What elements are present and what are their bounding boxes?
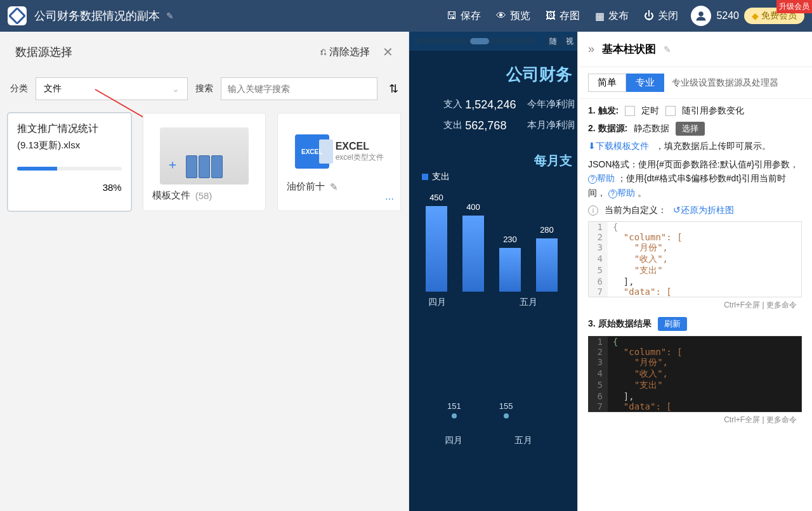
bar <box>536 238 558 292</box>
bar <box>462 216 484 292</box>
power-icon: ⏻ <box>644 10 654 22</box>
datasource-panel: 数据源选择 ⎌清除选择 ✕ 分类 文件 ⌄ 搜索 ⇅ 推文推广情况统计 <box>0 32 409 511</box>
upload-progress-bar <box>17 167 122 171</box>
card-filename: (9.13更新).xlsx <box>17 139 122 152</box>
edit-widget-icon[interactable]: ✎ <box>664 44 671 55</box>
template-folder-card[interactable]: ＋ 模板文件 (58) <box>143 113 266 211</box>
x-tick: 五月 <box>508 435 539 446</box>
card-more-icon[interactable]: ⋯ <box>385 194 394 204</box>
restore-chart-link[interactable]: ↺还原为折柱图 <box>673 205 734 216</box>
edit-title-icon[interactable]: ✎ <box>166 11 174 21</box>
excel-file-name: 油价前十 <box>287 181 325 193</box>
save-image-button[interactable]: 🖼存图 <box>546 10 580 23</box>
legend-swatch <box>422 174 428 180</box>
kpi-label: 本月净利润 <box>521 119 577 133</box>
info-icon: i <box>588 205 598 216</box>
preview-button[interactable]: 👁预览 <box>496 10 530 23</box>
upgrade-tag[interactable]: 升级会员 <box>776 0 812 13</box>
excel-icon: EXCEL <box>295 134 329 169</box>
line-point <box>452 413 457 418</box>
help-icon[interactable]: ? <box>588 175 597 184</box>
help-link[interactable]: 帮助 <box>597 173 615 183</box>
datasource-type: 静态数据 <box>634 123 669 134</box>
properties-panel: » 基本柱状图 ✎ 简单 专业 专业级设置数据源及处理器 1. 触发: 定时 随… <box>577 32 812 511</box>
category-select[interactable]: 文件 ⌄ <box>36 77 188 100</box>
document-title: 公司财务数据情况的副本 <box>34 8 160 23</box>
tab-professional[interactable]: 专业 <box>626 74 664 92</box>
line-chart[interactable]: 151 155 四月 五月 <box>409 368 577 495</box>
search-label: 搜索 <box>195 83 213 94</box>
result-label: 3. 原始数据结果 <box>588 318 652 330</box>
help-icon[interactable]: ? <box>608 190 617 198</box>
topbar: 公司财务数据情况的副本 ✎ 🖫保存 👁预览 🖼存图 ▦发布 ⏻关闭 5240 ◆… <box>0 0 812 32</box>
select-datasource-button[interactable]: 选择 <box>676 122 705 136</box>
canvas-scrollbar[interactable]: 随 视 <box>409 36 577 47</box>
kpi-grid: 支入 1,524,246 今年净利润 支出 562,768 本月净利润 <box>409 98 577 133</box>
avatar[interactable] <box>691 6 711 26</box>
uploading-file-card[interactable]: 推文推广情况统计 (9.13更新).xlsx 38% <box>8 113 131 211</box>
search-input-wrapper <box>221 77 377 100</box>
tab-description: 专业级设置数据源及处理器 <box>672 77 778 89</box>
preview-icon: 👁 <box>496 10 506 22</box>
panel-title: 数据源选择 <box>15 44 72 60</box>
app-logo <box>8 6 27 25</box>
sort-button[interactable]: ⇅ <box>389 82 398 96</box>
param-change-checkbox[interactable] <box>665 106 676 116</box>
user-points: 5240 <box>716 10 739 22</box>
excel-type-label: EXCEL <box>336 141 384 152</box>
line-point <box>504 413 509 418</box>
close-panel-icon[interactable]: ✕ <box>383 44 393 60</box>
refresh-button[interactable]: 刷新 <box>658 317 687 331</box>
datasource-label: 2. 数据源: <box>588 123 627 134</box>
svg-point-0 <box>699 11 704 16</box>
mode-view-button[interactable]: 视 <box>562 36 577 47</box>
editor-footer: Ctrl+F全屏 | 更多命令 <box>588 412 802 428</box>
image-icon: 🖼 <box>546 10 556 22</box>
section-title: 每月支 <box>534 152 572 169</box>
bar-chart[interactable]: 450 400 230 280 四月 五月 <box>409 190 577 330</box>
kpi-value: 562,768 <box>465 119 521 133</box>
dashboard-title: 公司财务 <box>506 63 572 86</box>
editor-footer: Ctrl+F全屏 | 更多命令 <box>588 297 802 313</box>
qr-icon: ▦ <box>595 10 605 22</box>
kpi-label: 支出 <box>409 119 465 133</box>
x-tick: 四月 <box>422 297 452 308</box>
kpi-label: 支入 <box>409 98 465 112</box>
upload-progress-text: 38% <box>17 182 122 193</box>
collapse-icon[interactable]: » <box>588 42 594 56</box>
canvas-area: 600 公司财务 支入 1,524,246 今年净利润 支出 562,768 本… <box>409 32 577 511</box>
tab-simple[interactable]: 简单 <box>588 74 626 92</box>
help-link[interactable]: 帮助 <box>617 188 635 198</box>
card-title: 推文推广情况统计 <box>17 122 122 136</box>
download-template-link[interactable]: ⬇下载模板文件 <box>588 141 649 152</box>
clear-selection-button[interactable]: ⎌清除选择 <box>320 46 370 59</box>
category-value: 文件 <box>44 83 62 94</box>
category-label: 分类 <box>10 83 28 94</box>
kpi-label: 今年净利润 <box>521 98 577 112</box>
excel-file-card[interactable]: EXCEL EXCEL excel类型文件 油价前十 ✎ ⋯ <box>277 113 401 211</box>
rename-icon[interactable]: ✎ <box>330 181 338 193</box>
x-tick: 五月 <box>513 297 544 308</box>
folder-icon: ＋ <box>152 122 257 190</box>
mode-random-button[interactable]: 随 <box>546 36 561 47</box>
save-button[interactable]: 🖫保存 <box>447 10 481 23</box>
save-icon: 🖫 <box>447 10 457 22</box>
bar <box>426 206 447 292</box>
chevron-down-icon: ⌄ <box>172 84 180 94</box>
clear-icon: ⎌ <box>320 46 327 58</box>
kpi-value: 1,524,246 <box>465 98 521 112</box>
widget-title: 基本柱状图 <box>602 42 656 56</box>
result-viewer[interactable]: 1{ 2 "column": [ 3 "月份", 4 "收入", 5 "支出" … <box>588 336 802 412</box>
bar <box>499 248 521 292</box>
x-tick: 四月 <box>438 435 469 446</box>
publish-button[interactable]: ▦发布 <box>595 10 629 23</box>
close-button[interactable]: ⏻关闭 <box>644 10 678 23</box>
folder-name: 模板文件 <box>152 190 190 202</box>
timer-checkbox[interactable] <box>625 106 635 116</box>
search-input[interactable] <box>228 78 370 100</box>
trigger-label: 1. 触发: <box>588 105 619 117</box>
diamond-icon: ◆ <box>752 11 759 21</box>
json-editor[interactable]: 1{ 2 "column": [ 3 "月份", 4 "收入", 5 "支出" … <box>588 221 802 297</box>
folder-count: (58) <box>195 190 213 201</box>
chart-legend: 支出 <box>422 171 450 183</box>
